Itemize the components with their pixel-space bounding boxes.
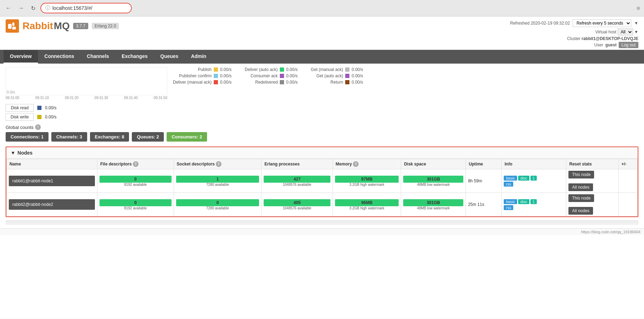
nav-overview[interactable]: Overview: [4, 50, 38, 64]
node2-disk-cell: 301GB 48MB low watermark: [401, 193, 466, 216]
node2-all-nodes-button[interactable]: All nodes: [568, 207, 593, 215]
refresh-button[interactable]: ↻: [29, 4, 38, 12]
rate-row-publish: Publish 0.00/s: [173, 67, 238, 72]
rate-column-1: Publish 0.00/s Publisher confirm 0.00/s …: [173, 67, 238, 100]
disk-read-row: Disk read 0.00/s: [6, 104, 638, 112]
back-button[interactable]: ←: [4, 4, 13, 12]
refreshed-label: Refreshed 2020-02-19 09:32:02: [510, 21, 570, 26]
node1-memory-cell: 97MB 3.2GB high watermark: [333, 169, 401, 193]
chart-container: 0.0/s 09:31:00 09:31:10 09:31:20 09:31:3…: [6, 67, 167, 100]
node2-tag-rss: rss: [504, 205, 513, 210]
rate-row-return: Return 0.00/s: [311, 80, 369, 85]
node1-all-nodes-button[interactable]: All nodes: [568, 183, 593, 191]
rate-color-consumer-ack: [280, 74, 284, 78]
count-exchanges[interactable]: Exchanges: 8: [90, 132, 129, 142]
nav-exchanges[interactable]: Exchanges: [115, 50, 154, 64]
chart-area: 0.0/s: [6, 67, 167, 95]
node1-this-node-button[interactable]: This node: [568, 171, 594, 178]
info-icon: ⓘ: [45, 5, 50, 11]
node1-name: rabbit1@rabbit-node1: [9, 176, 95, 186]
address-bar[interactable]: ⓘ localhost:15673/#/: [40, 3, 132, 13]
rate-color-publish: [214, 67, 218, 72]
socket-desc-help[interactable]: ?: [216, 161, 221, 167]
node2-socket-desc-bar: 0: [176, 199, 259, 206]
disk-section: Disk read 0.00/s Disk write 0.00/s: [6, 104, 638, 121]
logo-rabbit: Rabbit: [22, 20, 53, 32]
count-consumers[interactable]: Consumers: 2: [167, 132, 207, 142]
scrollbar-area[interactable]: [6, 221, 638, 225]
rate-row-deliver-auto: Deliver (auto ack) 0.00/s: [245, 67, 304, 72]
nav-admin[interactable]: Admin: [185, 50, 213, 64]
global-counts-help[interactable]: ?: [35, 124, 41, 130]
logo-mq: MQ: [54, 20, 70, 32]
node1-socket-desc-bar: 1: [176, 176, 259, 183]
file-desc-help[interactable]: ?: [133, 161, 139, 167]
node1-tag-rss: rss: [504, 182, 513, 187]
node1-disk-sub: 48MB low watermark: [403, 183, 463, 187]
node1-disk-bar: 301GB: [403, 176, 463, 183]
stats-section: 0.0/s 09:31:00 09:31:10 09:31:20 09:31:3…: [6, 67, 638, 100]
rate-label-get-auto: Get (auto ack): [311, 73, 343, 78]
top-bar: Rabbit MQ 3.7.7 Erlang 22.0 Refreshed 20…: [0, 17, 644, 50]
disk-read-color: [37, 106, 41, 110]
col-socket-desc: Socket descriptors ?: [174, 159, 262, 169]
status-bar: https://blog.csdn.net/qq_19186604: [0, 228, 644, 235]
col-uptime: Uptime: [466, 159, 502, 169]
time-label-5: 09:31:50: [154, 96, 167, 100]
nodes-table-body: rabbit1@rabbit-node1 0 8192 available 1 …: [7, 169, 638, 216]
rate-label-publisher-confirm: Publisher confirm: [179, 73, 212, 78]
forward-button[interactable]: →: [16, 4, 26, 12]
node2-this-node-button[interactable]: This node: [568, 194, 594, 202]
disk-write-row: Disk write 0.00/s: [6, 113, 638, 121]
node1-memory-sub: 3.2GB high watermark: [335, 183, 399, 187]
node2-socket-desc-cell: 0 7280 available: [174, 193, 262, 216]
disk-write-value: 0.00/s: [45, 115, 57, 119]
node1-file-desc-bar: 0: [99, 176, 171, 183]
node2-file-desc-sub: 8192 available: [99, 206, 171, 210]
disk-read-value: 0.00/s: [45, 105, 57, 110]
col-disk: Disk space: [401, 159, 466, 169]
time-label-1: 09:31:10: [35, 96, 49, 100]
time-label-4: 09:31:40: [124, 96, 138, 100]
disk-write-color: [37, 115, 41, 119]
nav-queues[interactable]: Queues: [154, 50, 185, 64]
rate-label-deliver-manual: Deliver (manual ack): [173, 80, 212, 85]
col-erlang: Erlang processes: [262, 159, 333, 169]
rate-color-deliver-manual: [214, 80, 218, 84]
logo-icon: [6, 19, 19, 33]
top-right-info: Refreshed 2020-02-19 09:32:02 Refresh ev…: [510, 19, 638, 48]
node2-memory-sub: 3.2GB high watermark: [335, 206, 399, 210]
memory-help[interactable]: ?: [353, 161, 359, 167]
cluster-label: Cluster: [567, 36, 580, 41]
refresh-select[interactable]: Refresh every 5 seconds: [573, 19, 631, 27]
chart-time-labels: 09:31:00 09:31:10 09:31:20 09:31:30 09:3…: [6, 95, 167, 100]
count-channels[interactable]: Channels: 3: [51, 132, 87, 142]
nodes-collapse-arrow[interactable]: ▼: [11, 150, 15, 156]
col-file-desc: File descriptors ?: [97, 159, 174, 169]
logo-area: Rabbit MQ 3.7.7 Erlang 22.0: [6, 19, 119, 33]
rate-value-consumer-ack: 0.00/s: [286, 73, 304, 78]
nav-connections[interactable]: Connections: [38, 50, 80, 64]
user-value: guest: [605, 43, 617, 47]
node2-file-desc-cell: 0 8192 available: [97, 193, 174, 216]
count-connections[interactable]: Connections: 1: [6, 132, 49, 142]
app-container: Rabbit MQ 3.7.7 Erlang 22.0 Refreshed 20…: [0, 17, 644, 319]
disk-write-label: Disk write: [6, 113, 34, 121]
count-queues[interactable]: Queues: 2: [132, 132, 164, 142]
rate-label-deliver-auto: Deliver (auto ack): [245, 67, 278, 72]
rate-color-publisher-confirm: [214, 74, 218, 78]
rate-color-deliver-auto: [280, 67, 284, 72]
node1-tag-disc: disc: [518, 176, 529, 181]
node2-name-cell: rabbit2@rabbit-node2: [7, 193, 97, 216]
node1-uptime-cell: 8h 59m: [466, 169, 502, 193]
node2-memory-bar: 96MB: [335, 199, 399, 206]
col-plus-minus[interactable]: +/-: [618, 159, 637, 169]
logout-button[interactable]: Log out: [619, 42, 638, 48]
node2-plusminus-cell: [618, 193, 637, 216]
node2-memory-cell: 96MB 3.2GB high watermark: [333, 193, 401, 216]
vhost-select[interactable]: All: [618, 28, 633, 35]
nav-channels[interactable]: Channels: [80, 50, 115, 64]
chart-zero-label: 0.0/s: [7, 90, 15, 94]
node2-disk-bar: 301GB: [403, 199, 463, 206]
rate-value-publisher-confirm: 0.00/s: [220, 73, 238, 78]
